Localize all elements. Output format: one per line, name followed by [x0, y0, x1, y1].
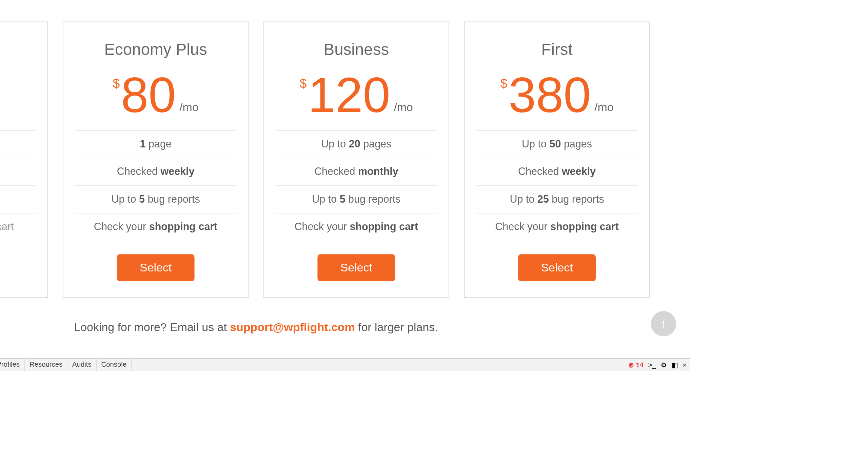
select-button[interactable]: Select	[117, 254, 195, 281]
devtools-close-icon[interactable]: ×	[683, 361, 687, 369]
amount: 120	[308, 70, 390, 120]
plan-feature: Up to 3 bug reports	[0, 185, 36, 213]
plan-feature: Checked monthly	[276, 158, 437, 185]
amount: 380	[509, 70, 591, 120]
devtools-tab-profiles[interactable]: Profiles	[0, 359, 25, 371]
plan-title: Economy	[0, 40, 36, 59]
devtools-console-icon[interactable]: >_	[648, 361, 656, 369]
amount: 80	[121, 70, 176, 120]
plan-feature: Check your shopping cart	[0, 213, 36, 240]
devtools-tab-resources[interactable]: Resources	[25, 359, 67, 371]
devtools-tab-audits[interactable]: Audits	[68, 359, 97, 371]
plan-feature: Checked weekly	[75, 158, 236, 185]
currency: $	[500, 76, 507, 91]
devtools-toolbar[interactable]: 🔍 ▯ ElementsNetworkSourcesTimelineProfil…	[0, 358, 690, 371]
currency: $	[300, 76, 307, 91]
scroll-to-top-button[interactable]: ↑	[651, 311, 676, 337]
plan-business: Business$120/moUp to 20 pagesChecked mon…	[263, 22, 449, 298]
support-email-link[interactable]: support@wpflight.com	[230, 321, 355, 333]
plan-price: $380/mo	[476, 70, 637, 120]
plan-title: First	[476, 40, 637, 59]
pricing-grid: Economy$25/mo1 pageChecked monthlyUp to …	[0, 0, 690, 312]
plan-feature: Check your shopping cart	[75, 213, 236, 240]
plan-feature: Up to 50 pages	[476, 130, 637, 158]
footer-cta: Looking for more? Email us at support@wp…	[0, 321, 690, 334]
error-count[interactable]: ⊗ 14	[628, 361, 644, 369]
plan-feature: 1 page	[75, 130, 236, 158]
plan-feature: Up to 5 bug reports	[276, 185, 437, 213]
period: /mo	[594, 101, 614, 114]
devtools-tab-console[interactable]: Console	[97, 359, 132, 371]
plan-feature: Up to 5 bug reports	[75, 185, 236, 213]
plan-economy: Economy$25/mo1 pageChecked monthlyUp to …	[0, 22, 48, 298]
period: /mo	[394, 101, 413, 114]
arrow-up-icon: ↑	[660, 316, 667, 331]
plan-feature: Up to 25 bug reports	[476, 185, 637, 213]
select-button[interactable]: Select	[317, 254, 395, 281]
plan-economy-plus: Economy Plus$80/mo1 pageChecked weeklyUp…	[63, 22, 249, 298]
devtools-settings-icon[interactable]: ⚙	[661, 361, 667, 369]
plan-feature: Checked monthly	[0, 158, 36, 185]
page-content: 30 day money-back guarantee wpFlight Abo…	[0, 0, 690, 358]
period: /mo	[179, 101, 199, 114]
select-button[interactable]: Select	[518, 254, 596, 281]
plan-price: $25/mo	[0, 70, 36, 120]
plan-feature: Up to 20 pages	[276, 130, 437, 158]
plan-feature: Check your shopping cart	[276, 213, 437, 240]
currency: $	[113, 76, 120, 91]
footer-post: for larger plans.	[355, 321, 438, 333]
plan-feature: Check your shopping cart	[476, 213, 637, 240]
footer-pre: Looking for more? Email us at	[74, 321, 230, 333]
plan-title: Business	[276, 40, 437, 59]
plan-price: $80/mo	[75, 70, 236, 120]
plan-feature: Checked weekly	[476, 158, 637, 185]
plan-price: $120/mo	[276, 70, 437, 120]
plan-title: Economy Plus	[75, 40, 236, 59]
plan-feature: 1 page	[0, 130, 36, 158]
plan-first: First$380/moUp to 50 pagesChecked weekly…	[464, 22, 650, 298]
devtools-dock-icon[interactable]: ◧	[672, 361, 678, 369]
